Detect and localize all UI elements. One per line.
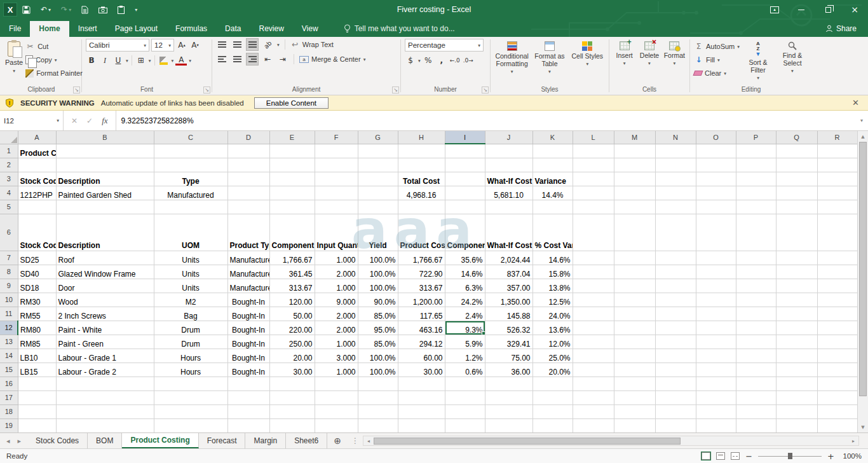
cell-P6[interactable] [736, 214, 776, 251]
row-header-18[interactable]: 18 [0, 404, 18, 418]
cell-P11[interactable] [736, 307, 776, 321]
increase-indent-button[interactable]: ⇥ [277, 53, 288, 65]
formula-input[interactable]: 9.32252372582288% [116, 111, 855, 130]
cell-C16[interactable] [154, 377, 227, 390]
cell-Q3[interactable] [776, 172, 817, 186]
cell-G1[interactable] [358, 144, 398, 158]
cell-R11[interactable] [817, 307, 857, 321]
cell-N13[interactable] [655, 335, 696, 349]
cell-K4[interactable]: 14.4% [532, 186, 573, 200]
cell-Q15[interactable] [776, 363, 817, 377]
cell-L19[interactable] [573, 418, 614, 432]
cell-Q6[interactable] [776, 214, 817, 251]
cell-G2[interactable] [358, 158, 398, 172]
cell-P17[interactable] [736, 390, 776, 404]
cell-P10[interactable] [736, 293, 776, 307]
scroll-up-icon[interactable]: ▲ [858, 131, 868, 142]
cell-Q8[interactable] [776, 265, 817, 279]
italic-button[interactable]: I [99, 55, 111, 66]
cell-D10[interactable]: Bought-In [227, 293, 269, 307]
cell-P5[interactable] [736, 200, 776, 214]
comma-style-button[interactable]: , [436, 55, 447, 66]
cell-J2[interactable] [485, 158, 532, 172]
cell-G5[interactable] [358, 200, 398, 214]
cell-L18[interactable] [573, 404, 614, 418]
cell-A2[interactable] [18, 158, 56, 172]
format-cells-button[interactable]: Format▾ [663, 39, 686, 85]
cell-H1[interactable] [398, 144, 445, 158]
cell-F19[interactable] [315, 418, 358, 432]
cell-N5[interactable] [655, 200, 696, 214]
cell-A6[interactable]: Stock Code [18, 214, 56, 251]
cell-L17[interactable] [573, 390, 614, 404]
cell-B16[interactable] [56, 377, 154, 390]
cell-D9[interactable]: Manufactured [227, 279, 269, 293]
cell-M17[interactable] [614, 390, 655, 404]
cell-E10[interactable]: 120.00 [269, 293, 315, 307]
horizontal-scrollbar[interactable]: ◂ ▸ [363, 436, 859, 446]
cell-I14[interactable]: 1.2% [445, 349, 485, 363]
cell-B10[interactable]: Wood [56, 293, 154, 307]
cell-R8[interactable] [817, 265, 857, 279]
sort-filter-button[interactable]: AZ▼ Sort & Filter▾ [742, 39, 774, 85]
wrap-text-button[interactable]: ↩Wrap Text [290, 39, 334, 50]
cell-N9[interactable] [655, 279, 696, 293]
tab-data[interactable]: Data [216, 21, 250, 37]
cell-D17[interactable] [227, 390, 269, 404]
col-header-O[interactable]: O [696, 131, 736, 144]
cell-L3[interactable] [573, 172, 614, 186]
row-header-4[interactable]: 4 [0, 186, 18, 200]
cell-I2[interactable] [445, 158, 485, 172]
ribbon-display-options-button[interactable]: ▴ [761, 0, 788, 19]
cell-R7[interactable] [817, 251, 857, 265]
cut-button[interactable]: ✂Cut [25, 41, 83, 52]
cell-J18[interactable] [485, 404, 532, 418]
cell-K12[interactable]: 13.6% [532, 321, 573, 335]
cell-L5[interactable] [573, 200, 614, 214]
cell-R1[interactable] [817, 144, 857, 158]
cell-J16[interactable] [485, 377, 532, 390]
cell-M5[interactable] [614, 200, 655, 214]
cell-I3[interactable] [445, 172, 485, 186]
cell-F9[interactable]: 1.000 [315, 279, 358, 293]
row-header-7[interactable]: 7 [0, 251, 18, 265]
row-header-3[interactable]: 3 [0, 172, 18, 186]
cell-G11[interactable]: 85.0% [358, 307, 398, 321]
cell-D7[interactable]: Manufactured [227, 251, 269, 265]
cell-N11[interactable] [655, 307, 696, 321]
cell-P9[interactable] [736, 279, 776, 293]
cell-N3[interactable] [655, 172, 696, 186]
cell-G9[interactable]: 100.0% [358, 279, 398, 293]
cell-M19[interactable] [614, 418, 655, 432]
cell-A8[interactable]: SD40 [18, 265, 56, 279]
cell-N14[interactable] [655, 349, 696, 363]
cell-L2[interactable] [573, 158, 614, 172]
cell-E6[interactable]: Component Cost [269, 214, 315, 251]
cell-N8[interactable] [655, 265, 696, 279]
col-header-L[interactable]: L [573, 131, 614, 144]
cell-R18[interactable] [817, 404, 857, 418]
cell-B14[interactable]: Labour - Grade 1 [56, 349, 154, 363]
row-header-9[interactable]: 9 [0, 279, 18, 293]
scroll-left-icon[interactable]: ◂ [363, 438, 374, 444]
cell-C15[interactable]: Hours [154, 363, 227, 377]
cell-R13[interactable] [817, 335, 857, 349]
cell-J9[interactable]: 357.00 [485, 279, 532, 293]
conditional-formatting-button[interactable]: Conditional Formatting▾ [494, 39, 529, 85]
cell-Q18[interactable] [776, 404, 817, 418]
row-header-11[interactable]: 11 [0, 307, 18, 321]
cell-M8[interactable] [614, 265, 655, 279]
tab-scrollbar-splitter[interactable]: ⋮ [348, 433, 363, 448]
cell-C5[interactable] [154, 200, 227, 214]
sheet-tab-margin[interactable]: Margin [245, 433, 286, 448]
cell-E16[interactable] [269, 377, 315, 390]
cell-O4[interactable] [696, 186, 736, 200]
close-button[interactable]: × [841, 0, 868, 19]
col-header-F[interactable]: F [315, 131, 358, 144]
cell-G10[interactable]: 90.0% [358, 293, 398, 307]
cell-H12[interactable]: 463.16 [398, 321, 445, 335]
cell-R3[interactable] [817, 172, 857, 186]
normal-view-button[interactable] [702, 452, 710, 460]
customize-qat-button[interactable]: ▾ [135, 7, 137, 13]
font-dialog-launcher[interactable]: ↘ [203, 86, 210, 93]
